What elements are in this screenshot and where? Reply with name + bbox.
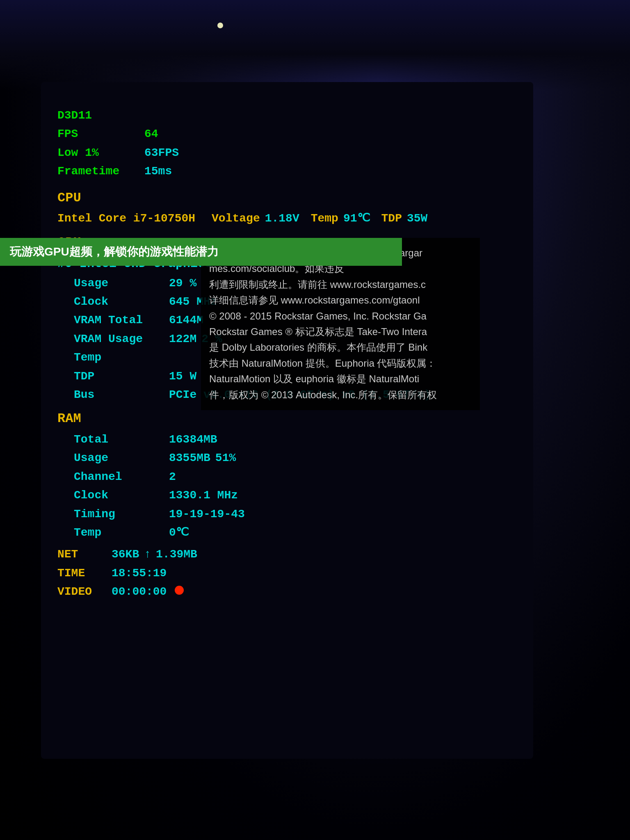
ram-clock-label: Clock [74,486,164,504]
ram-usage-line: Usage 8355MB 51% [57,449,431,467]
net-line: NET 36KB ↑ 1.39MB [57,546,431,563]
gpu-tdp-label: TDP [74,368,164,385]
ram-temp-value: 0℃ [169,524,189,541]
gpu-usage-label: Usage [74,274,164,292]
ram-clock-value: 1330.1 MHz [169,486,238,504]
gpu-vram-total-label: VRAM Total [74,311,164,329]
ram-section-header: RAM [57,409,431,429]
api-line: D3D11 [57,107,431,124]
gpu-usage-value: 29 % [169,274,196,292]
banner-text: 玩游戏GPU超频，解锁你的游戏性能潜力 [10,244,219,260]
legal-line-9: NaturalMotion 以及 euphoria 徽标是 NaturalMot… [209,371,472,387]
cpu-model: Intel Core i7-10750H [57,210,195,227]
ambient-overlay [0,0,630,90]
fps-label: FPS [57,125,139,143]
fps-value: 64 [144,125,158,143]
cpu-tdp-value: 35W [407,210,427,227]
cpu-info-line: Intel Core i7-10750H Voltage 1.18V Temp … [57,210,431,227]
cpu-voltage-value: 1.18V [265,210,299,227]
cpu-tdp-label: TDP [381,210,402,227]
ram-channel-line: Channel 2 [57,468,431,486]
frametime-line: Frametime 15ms [57,162,431,180]
ram-total-line: Total 16384MB [57,431,431,448]
net-down: 36KB [112,546,139,563]
legal-line-4: 详细信息请参见 www.rockstargames.com/gtaonl [209,292,472,308]
fps-line: FPS 64 [57,125,431,143]
api-label: D3D11 [57,107,139,124]
time-line: TIME 18:55:19 [57,564,431,582]
time-value: 18:55:19 [112,564,167,582]
ram-total-value: 16384MB [169,431,217,448]
net-label: NET [57,546,107,563]
ram-usage-value: 8355MB [169,449,210,467]
ram-channel-value: 2 [169,468,176,486]
time-label: TIME [57,564,107,582]
cpu-section-header: CPU [57,188,431,208]
light-spot-1 [217,23,223,28]
low1-line: Low 1% 63FPS [57,144,431,162]
promotion-banner[interactable]: 玩游戏GPU超频，解锁你的游戏性能潜力 [0,238,402,266]
low1-value: 63FPS [144,144,179,162]
cpu-voltage-label: Voltage [212,210,260,227]
video-label: VIDEO [57,583,107,600]
ram-timing-line: Timing 19-19-19-43 [57,505,431,523]
recording-indicator [175,586,184,595]
gpu-temp-label: Temp [74,349,164,366]
cpu-temp-label: Temp [311,210,338,227]
ram-temp-label: Temp [74,524,164,541]
gpu-clock-label: Clock [74,293,164,310]
ram-timing-value: 19-19-19-43 [169,505,245,523]
legal-line-6: Rockstar Games ® 标记及标志是 Take-Two Intera [209,324,472,340]
cpu-temp-value: 91℃ [343,210,370,227]
frametime-value: 15ms [144,162,172,180]
net-up: 1.39MB [156,546,197,563]
video-line: VIDEO 00:00:00 [57,583,431,600]
gpu-vram-usage-value: 122M [169,330,196,348]
ram-usage-pct: 51% [215,449,236,467]
gpu-vram-usage-label: VRAM Usage [74,330,164,348]
ram-timing-label: Timing [74,505,164,523]
ram-temp-line: Temp 0℃ [57,524,431,541]
gpu-bus-label: Bus [74,386,164,404]
legal-line-3: 利遭到限制或终止。请前往 www.rockstargames.c [209,277,472,292]
legal-line-7: 是 Dolby Laboratories 的商标。本作品使用了 Bink [209,340,472,355]
gpu-tdp-value: 15 W [169,368,196,385]
gpu-vram-total-value: 6144M [169,311,203,329]
video-value: 00:00:00 [112,583,167,600]
ram-usage-label: Usage [74,449,164,467]
net-arrow: ↑ [144,546,151,563]
ram-total-label: Total [74,431,164,448]
legal-line-5: © 2008 - 2015 Rockstar Games, Inc. Rocks… [209,308,472,324]
ram-channel-label: Channel [74,468,164,486]
low1-label: Low 1% [57,144,139,162]
legal-line-10: 件，版权为 © 2013 Autodesk, Inc.所有。保留所有权 [209,387,472,403]
frametime-label: Frametime [57,162,139,180]
legal-line-8: 技术由 NaturalMotion 提供。Euphoria 代码版权属： [209,356,472,371]
ram-clock-line: Clock 1330.1 MHz [57,486,431,504]
